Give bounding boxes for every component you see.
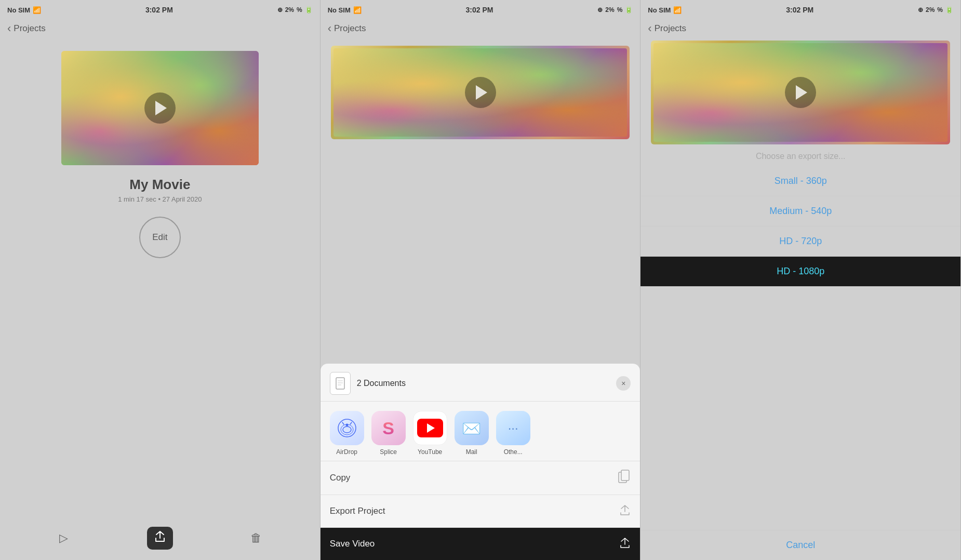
export-1080p[interactable]: HD - 1080p (640, 257, 960, 287)
back-label-3: Projects (655, 23, 686, 34)
youtube-logo (417, 419, 443, 437)
splice-label: Splice (380, 448, 397, 456)
youtube-label: YouTube (418, 448, 442, 456)
status-right-3: ⊕ 2%% 🔋 (918, 6, 953, 14)
no-sim-label-1: No SIM (7, 6, 30, 14)
svg-line-7 (342, 422, 344, 424)
share-sheet-title: 2 Documents (357, 379, 617, 388)
share-close-button[interactable]: × (616, 376, 631, 391)
battery-percent-1: 2% (285, 6, 294, 14)
copy-icon (618, 470, 631, 486)
status-left-1: No SIM 📶 (7, 6, 41, 14)
back-label-1: Projects (14, 23, 45, 34)
no-sim-label-3: No SIM (648, 6, 671, 14)
svg-point-9 (345, 424, 348, 426)
thumbnail-image-2 (333, 48, 628, 137)
play-overlay-2[interactable] (465, 77, 496, 108)
share-sheet-header: 2 Documents × (321, 364, 640, 402)
back-arrow-icon-2: ‹ (328, 22, 331, 35)
delete-button-toolbar-1[interactable]: 🗑 (243, 527, 269, 550)
video-thumbnail-1[interactable] (61, 51, 259, 165)
back-button-2[interactable]: ‹ Projects (328, 22, 366, 35)
trash-icon-1: 🗑 (250, 531, 262, 545)
export-size-list: Small - 360p Medium - 540p HD - 720p HD … (640, 166, 960, 287)
panel-2: No SIM 📶 3:02 PM ⊕ 2%% 🔋 ‹ Projects (321, 0, 641, 560)
youtube-item[interactable]: YouTube (413, 411, 447, 456)
save-video-icon (619, 536, 631, 552)
play-button-toolbar-1[interactable]: ▷ (51, 527, 77, 550)
movie-title-1: My Movie (129, 177, 190, 193)
save-video-action[interactable]: Save Video (321, 527, 640, 560)
back-arrow-icon-3: ‹ (648, 22, 651, 35)
mail-icon: ✉️ (462, 419, 481, 437)
panel-3: No SIM 📶 3:02 PM ⊕ 2%% 🔋 ‹ Projects Choo… (640, 0, 961, 560)
battery-percent-3: 2% (926, 6, 935, 14)
copy-action[interactable]: Copy (321, 461, 640, 495)
export-720p[interactable]: HD - 720p (640, 226, 960, 257)
back-arrow-icon-1: ‹ (7, 22, 11, 35)
play-triangle-2 (476, 85, 487, 100)
youtube-icon (413, 411, 447, 445)
share-button-toolbar-1[interactable] (147, 527, 173, 550)
nav-bar-3: ‹ Projects (640, 19, 960, 41)
back-button-1[interactable]: ‹ Projects (7, 22, 46, 35)
svg-line-8 (350, 422, 352, 424)
battery-icon-3: 🔋 (945, 6, 953, 14)
play-triangle-3 (796, 85, 807, 100)
movie-meta-1: 1 min 17 sec • 27 April 2020 (118, 195, 202, 203)
nav-bar-2: ‹ Projects (321, 19, 640, 41)
mail-icon-box: ✉️ (455, 411, 489, 445)
airdrop-icon (330, 411, 364, 445)
airdrop-item[interactable]: AirDrop (330, 411, 364, 456)
battery-icon-2: 🔋 (625, 6, 633, 14)
status-bar-3: No SIM 📶 3:02 PM ⊕ 2%% 🔋 (640, 0, 960, 19)
cancel-button-3[interactable]: Cancel (640, 530, 960, 560)
share-icon-toolbar-1 (154, 530, 166, 546)
export-project-action[interactable]: Export Project (321, 495, 640, 527)
airdrop-label: AirDrop (336, 448, 357, 456)
edit-button-1[interactable]: Edit (139, 217, 181, 258)
nav-bar-1: ‹ Projects (0, 19, 320, 41)
battery-icon-1: 🔋 (305, 6, 313, 14)
copy-label: Copy (330, 473, 619, 483)
panel1-content: My Movie 1 min 17 sec • 27 April 2020 Ed… (0, 41, 320, 519)
status-left-2: No SIM 📶 (328, 6, 362, 14)
other-item[interactable]: ··· Othe... (496, 411, 530, 456)
back-label-2: Projects (334, 23, 366, 34)
export-360p[interactable]: Small - 360p (640, 166, 960, 196)
share-sheet: 2 Documents × AirDrop (321, 364, 640, 560)
battery-percent-2: 2% (605, 6, 614, 14)
panel-1: No SIM 📶 3:02 PM ⊕ 2%% 🔋 ‹ Projects My M… (0, 0, 321, 560)
time-1: 3:02 PM (145, 6, 173, 14)
panel2-video (331, 46, 630, 139)
export-prompt: Choose an export size... (640, 152, 960, 161)
status-right-1: ⊕ 2%% 🔋 (277, 6, 313, 14)
play-overlay-3[interactable] (785, 77, 816, 108)
svg-rect-0 (336, 378, 344, 389)
export-540p[interactable]: Medium - 540p (640, 196, 960, 226)
svg-point-5 (343, 426, 351, 433)
mail-item[interactable]: ✉️ Mail (455, 411, 489, 456)
no-sim-label-2: No SIM (328, 6, 351, 14)
back-button-3[interactable]: ‹ Projects (648, 22, 686, 35)
status-bar-2: No SIM 📶 3:02 PM ⊕ 2%% 🔋 (321, 0, 640, 19)
play-overlay-1[interactable] (144, 92, 176, 124)
export-project-icon (619, 503, 631, 519)
wifi-icon-3: 📶 (673, 6, 682, 14)
wifi-icon-1: 📶 (33, 6, 41, 14)
youtube-play-triangle (427, 423, 435, 433)
location-icon-1: ⊕ (277, 6, 283, 14)
thumbnail-image-1 (61, 51, 259, 165)
video-thumbnail-2[interactable] (331, 46, 630, 139)
video-thumbnail-3[interactable] (651, 41, 950, 144)
export-project-label: Export Project (330, 506, 620, 516)
svg-rect-11 (621, 470, 629, 481)
document-icon (330, 372, 351, 395)
mail-label: Mail (466, 448, 477, 456)
location-icon-2: ⊕ (597, 6, 603, 14)
other-icon-box: ··· (496, 411, 530, 445)
splice-item[interactable]: S Splice (371, 411, 406, 456)
other-label: Othe... (504, 448, 523, 456)
play-triangle-1 (155, 101, 167, 115)
status-left-3: No SIM 📶 (648, 6, 682, 14)
